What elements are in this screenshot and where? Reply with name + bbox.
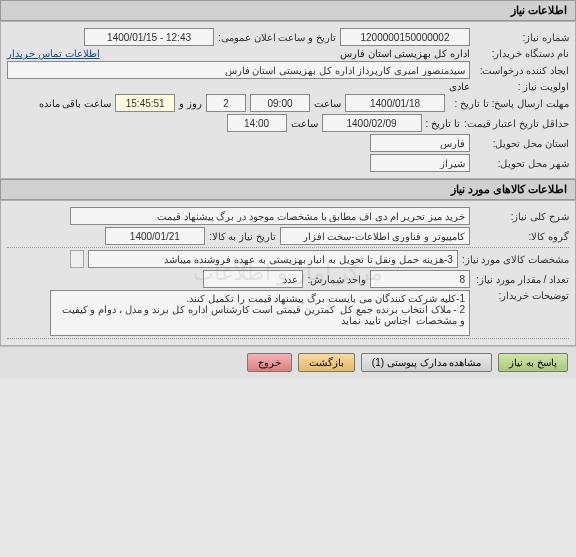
exit-button[interactable]: خروج: [247, 353, 292, 372]
deadline-time-label: ساعت: [314, 98, 341, 109]
buyer-org-value: اداره کل بهزیستی استان فارس: [340, 48, 470, 59]
priority-label: اولویت نیاز :: [474, 81, 569, 92]
reply-button[interactable]: پاسخ به نیاز: [498, 353, 568, 372]
unit-label: واحد شمارش:: [307, 274, 366, 285]
delivery-province-label: استان محل تحویل:: [474, 138, 569, 149]
spec-label: مشخصات کالای مورد نیاز:: [462, 254, 569, 265]
unit-field: [203, 270, 303, 288]
delivery-city-label: شهر محل تحویل:: [474, 158, 569, 169]
buyer-desc-label: توضیحات خریدار:: [474, 290, 569, 301]
buyer-desc-textarea[interactable]: [50, 290, 470, 336]
view-attachments-button[interactable]: مشاهده مدارک پیوستی (1): [361, 353, 493, 372]
desc-field: [70, 207, 470, 225]
section-goods-info-panel: مرکز آمار و اطلاعات شرح کلی نیاز: گروه ک…: [0, 200, 576, 346]
section-goods-info-header: اطلاعات کالاهای مورد نیاز: [0, 179, 576, 200]
valid-time-label: ساعت: [291, 118, 318, 129]
back-button[interactable]: بازگشت: [298, 353, 355, 372]
valid-time-field: [227, 114, 287, 132]
spec-scrollbar[interactable]: [70, 250, 84, 268]
section-need-info-panel: شماره نیاز: تاریخ و ساعت اعلان عمومی: نا…: [0, 21, 576, 179]
days-remaining-field: [206, 94, 246, 112]
buyer-contact-link[interactable]: اطلاعات تماس خریدار: [7, 48, 100, 59]
qty-field: [370, 270, 470, 288]
creator-label: ایجاد کننده درخواست:: [474, 65, 569, 76]
desc-label: شرح کلی نیاز:: [474, 211, 569, 222]
valid-date-field: [322, 114, 422, 132]
valid-to-label: تا تاریخ :: [426, 118, 460, 129]
pub-date-field: [84, 28, 214, 46]
delivery-province-field: [370, 134, 470, 152]
buyer-org-label: نام دستگاه خریدار:: [474, 48, 569, 59]
countdown-label: ساعت باقی مانده: [39, 98, 112, 109]
deadline-time-field: [250, 94, 310, 112]
action-toolbar: پاسخ به نیاز مشاهده مدارک پیوستی (1) باز…: [0, 346, 576, 378]
section-need-info-header: اطلاعات نیاز: [0, 0, 576, 21]
valid-label: حداقل تاریخ اعتبار قیمت:: [464, 118, 569, 129]
group-field: [280, 227, 470, 245]
need-number-field: [340, 28, 470, 46]
pub-date-label: تاریخ و ساعت اعلان عمومی:: [218, 32, 336, 43]
deadline-date-field: [345, 94, 445, 112]
days-label: روز و: [179, 98, 202, 109]
spec-field: [88, 250, 458, 268]
delivery-city-field: [370, 154, 470, 172]
group-label: گروه کالا:: [474, 231, 569, 242]
need-number-label: شماره نیاز:: [474, 32, 569, 43]
goods-date-field: [105, 227, 205, 245]
countdown-field: [115, 94, 175, 112]
priority-value: عادی: [449, 81, 470, 92]
deadline-label: مهلت ارسال پاسخ: تا تاریخ :: [449, 98, 569, 109]
creator-field: [7, 61, 470, 79]
qty-label: تعداد / مقدار مورد نیاز:: [474, 274, 569, 285]
goods-date-label: تاریخ نیاز به کالا:: [209, 231, 276, 242]
